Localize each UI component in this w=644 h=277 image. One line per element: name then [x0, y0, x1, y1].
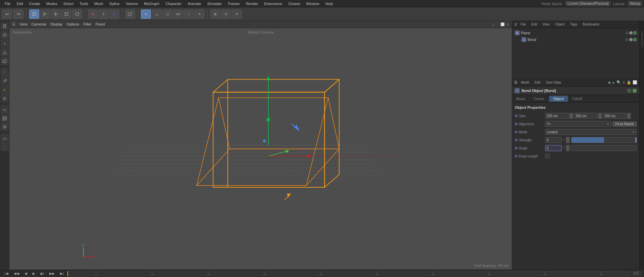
menu-select[interactable]: Select	[61, 1, 76, 6]
menu-tools[interactable]: Tools	[77, 1, 91, 6]
strength-stepper[interactable]: ▲ ▼	[566, 137, 570, 143]
obj-check[interactable]	[633, 89, 637, 93]
redo-button[interactable]: ↪	[13, 9, 23, 19]
tool-s2[interactable]: S	[1, 86, 9, 94]
obj-vis-1[interactable]	[627, 89, 631, 93]
props-back-btn[interactable]: ◀	[607, 80, 610, 85]
props-filter-btn[interactable]: ⊻	[623, 80, 625, 85]
menu-tracker[interactable]: Tracker	[225, 1, 243, 6]
timeline-next-frame-btn[interactable]: ▶|	[39, 271, 46, 276]
strength-down[interactable]: ▼	[566, 140, 570, 143]
add-object-button[interactable]	[125, 9, 135, 19]
strength-up[interactable]: ▲	[566, 137, 570, 140]
menu-volume[interactable]: Volume	[123, 1, 141, 6]
timeline-play-btn[interactable]: ▶	[31, 271, 37, 276]
angle-input[interactable]	[545, 145, 562, 151]
y-axis-button[interactable]: Y	[99, 9, 109, 19]
viewport-canvas[interactable]: Y X Perspective Default Camera Grid Spac…	[9, 28, 512, 270]
tree-item-plane[interactable]: Plane	[512, 30, 639, 36]
viewport-expand-btn[interactable]: ⤢	[492, 22, 495, 26]
tree-item-bend[interactable]: Bend	[519, 36, 639, 43]
size-z-down[interactable]: ▼	[627, 116, 631, 119]
props-up-btn[interactable]: ▲	[611, 80, 615, 85]
menu-modes[interactable]: Modes	[44, 1, 60, 6]
node-space-dropdown[interactable]: Current (Standard/Physical)	[566, 1, 610, 6]
angle-stepper[interactable]: ▲ ▼	[566, 145, 570, 151]
menu-window[interactable]: Window	[304, 1, 322, 6]
paint-mode-button[interactable]: ✎	[195, 9, 205, 19]
object-mode-button[interactable]: ○	[184, 9, 194, 19]
obj-menu-file[interactable]: File	[519, 22, 528, 27]
undo-button[interactable]: ↩	[2, 9, 12, 19]
timeline-ruler[interactable]: 0 10 20 30 40 50	[67, 271, 631, 276]
snapping-button[interactable]: ⊡	[221, 9, 231, 19]
size-y-up[interactable]: ▲	[598, 113, 602, 116]
timeline-prev-btn[interactable]: ◀◀	[12, 271, 21, 276]
menu-mesh[interactable]: Mesh	[92, 1, 106, 6]
move-tool-button[interactable]	[51, 9, 61, 19]
timeline-start-btn[interactable]: |◀	[3, 271, 10, 276]
menu-mograph[interactable]: MoGraph	[141, 1, 162, 6]
tool-s-circle[interactable]: S	[1, 77, 9, 85]
size-z-input[interactable]	[603, 113, 626, 119]
uv-mode-button[interactable]: UV	[173, 9, 183, 19]
tool-bend[interactable]	[1, 134, 9, 142]
tab-object[interactable]: Object	[549, 96, 568, 102]
size-x-down[interactable]: ▼	[569, 116, 573, 119]
plane-check[interactable]	[633, 31, 637, 35]
obj-menu-edit[interactable]: Edit	[529, 22, 539, 27]
viewport-view-menu[interactable]: View	[19, 22, 28, 27]
angle-up[interactable]: ▲	[566, 145, 570, 148]
menu-edit[interactable]: Edit	[14, 1, 26, 6]
tool-extra[interactable]: ⋮	[1, 143, 9, 151]
rotate-tool-button[interactable]	[72, 9, 82, 19]
menu-octane[interactable]: Octane	[285, 1, 303, 6]
props-mode-btn[interactable]: Mode	[519, 80, 531, 85]
tool-paint[interactable]: ◎	[1, 105, 9, 113]
tool-sphere[interactable]	[1, 31, 9, 39]
tool-pen[interactable]: ✎	[1, 40, 9, 48]
scale-tool-button[interactable]	[61, 9, 71, 19]
keep-length-checkbox[interactable]	[545, 154, 550, 158]
tab-basic[interactable]: Basic	[512, 96, 530, 102]
viewport-display-menu[interactable]: Display	[50, 22, 62, 27]
timeline-next-btn[interactable]: ▶▶	[47, 271, 57, 276]
tool-stack[interactable]	[1, 114, 9, 122]
size-x-input[interactable]	[545, 113, 569, 119]
size-z-stepper[interactable]: ▲ ▼	[627, 113, 631, 119]
obj-menu-bookmarks[interactable]: Bookmarks	[581, 22, 601, 27]
layout-dropdown[interactable]: Startup	[628, 1, 642, 6]
select-tool-button[interactable]	[40, 9, 50, 19]
obj-manager-hamburger[interactable]: ☰	[514, 22, 517, 26]
obj-menu-object[interactable]: Object	[553, 22, 567, 27]
viewport-filter-menu[interactable]: Filter	[83, 22, 91, 27]
menu-render[interactable]: Render	[243, 1, 261, 6]
menu-simulate[interactable]: Simulate	[205, 1, 224, 6]
props-search-btn[interactable]: 🔍	[616, 80, 621, 85]
props-lock-btn[interactable]: 🔒	[627, 80, 631, 85]
strength-input[interactable]	[545, 137, 562, 143]
mode-dropdown[interactable]: Limited ▼	[545, 129, 637, 135]
viewport-maximize-btn[interactable]: ⬜	[500, 22, 504, 26]
size-y-down[interactable]: ▼	[598, 116, 602, 119]
tab-coord[interactable]: Coord.	[530, 96, 549, 102]
grid-button[interactable]: ⊞	[210, 9, 220, 19]
plane-vis-dot-1[interactable]	[625, 31, 629, 35]
tool-grid[interactable]	[1, 123, 9, 131]
points-mode-button[interactable]: ●	[141, 9, 151, 19]
props-userdata-btn[interactable]: User Data	[544, 80, 563, 85]
strength-slider[interactable]	[571, 137, 637, 143]
tool-box-3d[interactable]	[1, 57, 9, 65]
plane-vis-dot-2[interactable]	[629, 31, 633, 35]
z-axis-button[interactable]: Z	[109, 9, 119, 19]
bend-vis-dot-1[interactable]	[625, 38, 629, 41]
angle-down[interactable]: ▼	[566, 148, 570, 151]
edges-mode-button[interactable]: △	[152, 9, 162, 19]
props-expand-btn[interactable]: ⬜	[633, 80, 637, 85]
viewport-hamburger[interactable]: ☰	[12, 22, 15, 27]
angle-slider[interactable]	[571, 145, 637, 151]
model-mode-button[interactable]	[29, 9, 39, 19]
size-y-input[interactable]	[574, 113, 597, 119]
viewport-cameras-menu[interactable]: Cameras	[32, 22, 47, 27]
timeline-frame-display[interactable]: 0 F	[632, 271, 641, 276]
